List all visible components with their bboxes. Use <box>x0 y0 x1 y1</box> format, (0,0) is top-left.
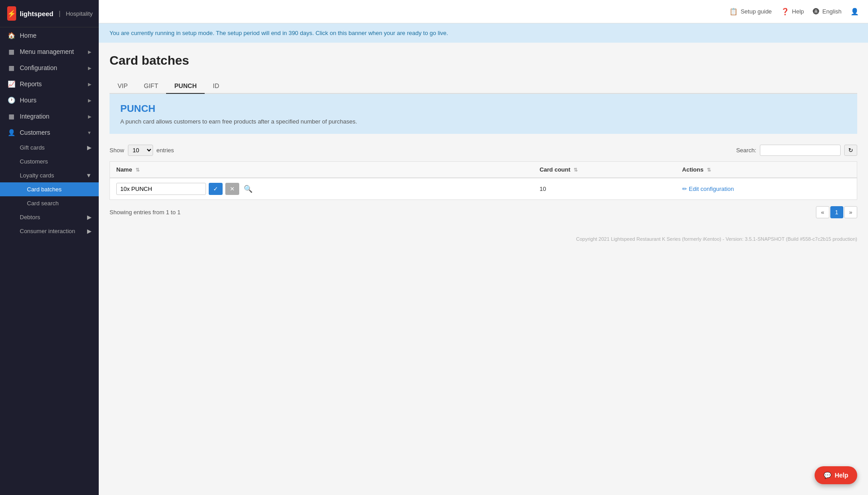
product-name: Hospitality <box>66 10 93 17</box>
sort-icon-name: ⇅ <box>136 167 140 172</box>
footer: Copyright 2021 Lightspeed Restaurant K S… <box>99 229 868 249</box>
sidebar-item-integration-label: Integration <box>20 113 49 120</box>
punch-info-title: PUNCH <box>120 103 846 115</box>
edit-icon: ✏ <box>682 186 687 192</box>
sidebar-item-debtors[interactable]: Debtors ▶ <box>0 210 99 224</box>
configuration-icon: ▦ <box>7 64 15 71</box>
pagination-area: Showing entries from 1 to 1 « 1 » <box>110 206 857 218</box>
column-header-card-count[interactable]: Card count ⇅ <box>533 162 676 178</box>
sidebar-item-home[interactable]: 🏠 Home <box>0 27 99 44</box>
chevron-down-icon: ▼ <box>87 130 92 135</box>
name-edit-cell: ✓ ✕ 🔍 <box>116 183 527 195</box>
column-header-actions[interactable]: Actions ⇅ <box>676 162 857 178</box>
sidebar-item-menu-management-label: Menu management <box>20 48 74 55</box>
user-icon: 👤 <box>850 8 859 16</box>
setup-banner-text: You are currently running in setup mode.… <box>110 30 448 36</box>
setup-guide-icon: 📋 <box>729 8 738 16</box>
chevron-down-icon-2: ▼ <box>86 172 92 179</box>
sidebar-item-loyalty-cards-label: Loyalty cards <box>20 172 54 179</box>
sidebar: ⚡ lightspeed | Hospitality 🏠 Home ▦ Menu… <box>0 0 99 495</box>
help-float-button[interactable]: 💬 Help <box>815 466 857 484</box>
sort-icon-actions: ⇅ <box>707 167 711 172</box>
chevron-right-icon-6: ▶ <box>87 144 92 151</box>
name-input[interactable] <box>116 183 206 195</box>
tab-gift[interactable]: GIFT <box>136 79 167 94</box>
sidebar-item-menu-management[interactable]: ▦ Menu management ▶ <box>0 44 99 60</box>
search-control: Search: ↻ <box>736 145 857 156</box>
entries-select[interactable]: 10 25 50 100 <box>128 145 153 156</box>
sidebar-item-card-search[interactable]: Card search <box>0 196 99 210</box>
column-card-count-label: Card count <box>539 166 570 173</box>
sidebar-item-customers-label: Customers <box>20 129 50 136</box>
help-circle-icon: ❓ <box>781 8 789 16</box>
sidebar-item-customers[interactable]: 👤 Customers ▼ <box>0 124 99 141</box>
cancel-button[interactable]: ✕ <box>225 183 239 195</box>
card-count-value: 10 <box>539 186 546 192</box>
language-icon: 🅐 <box>813 8 820 15</box>
user-profile[interactable]: 👤 <box>850 8 859 16</box>
page-title: Card batches <box>110 53 857 68</box>
column-actions-label: Actions <box>682 166 704 173</box>
sidebar-item-gift-cards[interactable]: Gift cards ▶ <box>0 141 99 155</box>
sidebar-item-reports[interactable]: 📈 Reports ▶ <box>0 76 99 92</box>
help-float-icon: 💬 <box>824 472 831 479</box>
search-label: Search: <box>736 147 756 154</box>
punch-info-box: PUNCH A punch card allows customers to e… <box>110 94 857 134</box>
page-1-button[interactable]: 1 <box>830 206 843 218</box>
chevron-right-icon-3: ▶ <box>88 82 92 87</box>
confirm-button[interactable]: ✓ <box>209 183 223 195</box>
name-cell: ✓ ✕ 🔍 <box>110 178 534 200</box>
sidebar-item-hours[interactable]: 🕐 Hours ▶ <box>0 92 99 108</box>
edit-configuration-link[interactable]: ✏ Edit configuration <box>682 186 850 192</box>
sidebar-item-card-batches[interactable]: Card batches <box>0 182 99 196</box>
chevron-right-icon-5: ▶ <box>88 114 92 119</box>
edit-configuration-label: Edit configuration <box>689 186 734 192</box>
tab-vip[interactable]: VIP <box>110 79 136 94</box>
show-label: Show <box>110 147 124 154</box>
punch-info-desc: A punch card allows customers to earn fr… <box>120 118 846 125</box>
chevron-right-icon-4: ▶ <box>88 98 92 103</box>
table-controls: Show 10 25 50 100 entries Search: ↻ <box>110 145 857 156</box>
help-float-label: Help <box>835 472 848 479</box>
page-body: Card batches VIP GIFT PUNCH ID PUNCH A p… <box>99 43 868 229</box>
content-area: You are currently running in setup mode.… <box>99 23 868 495</box>
entries-info: Showing entries from 1 to 1 <box>110 209 180 216</box>
setup-banner[interactable]: You are currently running in setup mode.… <box>99 23 868 43</box>
column-name-label: Name <box>116 166 132 173</box>
prev-page-button[interactable]: « <box>816 206 829 218</box>
brand-name: lightspeed <box>20 10 53 18</box>
search-row-button[interactable]: 🔍 <box>242 183 254 195</box>
tab-bar: VIP GIFT PUNCH ID <box>110 79 857 94</box>
sidebar-item-consumer-interaction-label: Consumer interaction <box>20 228 75 234</box>
menu-management-icon: ▦ <box>7 48 15 55</box>
tab-id[interactable]: ID <box>205 79 227 94</box>
sort-icon-card-count: ⇅ <box>574 167 578 172</box>
search-input[interactable] <box>760 145 841 156</box>
sidebar-item-reports-label: Reports <box>20 80 42 88</box>
card-count-cell: 10 <box>533 178 676 200</box>
help-label: Help <box>792 8 804 15</box>
sidebar-item-integration[interactable]: ▦ Integration ▶ <box>0 108 99 124</box>
sidebar-item-loyalty-cards[interactable]: Loyalty cards ▼ <box>0 168 99 182</box>
table-row: ✓ ✕ 🔍 10 ✏ Edit configuration <box>110 178 857 200</box>
setup-guide-label: Setup guide <box>741 8 772 15</box>
language-selector[interactable]: 🅐 English <box>813 8 842 15</box>
sidebar-item-customers-sub[interactable]: Customers <box>0 155 99 168</box>
sidebar-logo: ⚡ lightspeed | Hospitality <box>0 0 99 27</box>
footer-text: Copyright 2021 Lightspeed Restaurant K S… <box>576 236 857 242</box>
chevron-right-icon: ▶ <box>88 49 92 54</box>
sidebar-item-consumer-interaction[interactable]: Consumer interaction ▶ <box>0 224 99 238</box>
sidebar-item-gift-cards-label: Gift cards <box>20 144 45 151</box>
help-link[interactable]: ❓ Help <box>781 8 804 16</box>
actions-cell: ✏ Edit configuration <box>676 178 857 200</box>
sidebar-item-card-batches-label: Card batches <box>27 186 61 193</box>
column-header-name[interactable]: Name ⇅ <box>110 162 534 178</box>
refresh-button[interactable]: ↻ <box>844 145 857 156</box>
setup-guide-link[interactable]: 📋 Setup guide <box>729 8 772 16</box>
reports-icon: 📈 <box>7 80 15 88</box>
tab-punch[interactable]: PUNCH <box>166 79 205 94</box>
chevron-right-icon-7: ▶ <box>87 214 92 221</box>
next-page-button[interactable]: » <box>844 206 857 218</box>
pagination: « 1 » <box>816 206 857 218</box>
sidebar-item-configuration[interactable]: ▦ Configuration ▶ <box>0 60 99 76</box>
